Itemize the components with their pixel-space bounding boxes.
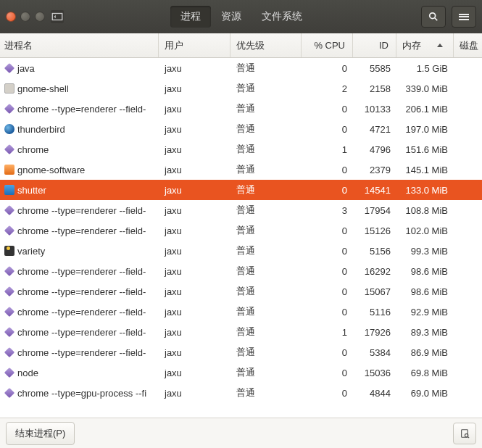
process-name: chrome --type=renderer --field- — [17, 307, 146, 318]
process-id: 5156 — [353, 246, 396, 257]
process-cpu: 0 — [302, 225, 353, 236]
process-memory: 339.0 MiB — [396, 83, 454, 94]
end-process-button[interactable]: 结束进程(P) — [6, 422, 75, 445]
process-name: chrome --type=renderer --field- — [17, 347, 146, 358]
table-row[interactable]: chrome --type=renderer --field-jaxu普通015… — [0, 220, 482, 241]
process-priority: 普通 — [230, 62, 302, 75]
column-header-id[interactable]: ID — [353, 33, 396, 57]
process-cpu: 2 — [302, 83, 353, 94]
software-icon — [4, 165, 14, 175]
table-row[interactable]: chrome --type=renderer --field-jaxu普通317… — [0, 200, 482, 220]
process-cpu: 0 — [302, 368, 353, 378]
process-name: chrome --type=renderer --field- — [17, 327, 146, 338]
svg-point-1 — [430, 13, 436, 19]
table-row[interactable]: chrome --type=renderer --field-jaxu普通051… — [0, 302, 482, 322]
process-name: node — [17, 368, 38, 378]
column-header-user[interactable]: 用户 — [159, 33, 230, 57]
process-id: 4844 — [353, 388, 396, 399]
table-row[interactable]: javajaxu普通055851.5 GiB — [0, 58, 482, 78]
process-memory: 102.0 MiB — [396, 225, 454, 236]
process-id: 5116 — [353, 307, 396, 318]
process-cpu: 1 — [302, 144, 353, 155]
process-memory: 98.6 MiB — [396, 266, 454, 277]
process-memory: 69.0 MiB — [396, 388, 454, 399]
process-name: chrome --type=renderer --field- — [17, 266, 146, 277]
process-table[interactable]: javajaxu普通055851.5 GiBgnome-shelljaxu普通2… — [0, 58, 482, 418]
table-row[interactable]: chromejaxu普通14796151.6 MiB — [0, 139, 482, 159]
table-row[interactable]: thunderbirdjaxu普通04721197.0 MiB — [0, 119, 482, 139]
process-id: 10133 — [353, 104, 396, 115]
process-cpu: 0 — [302, 286, 353, 297]
process-cpu: 0 — [302, 246, 353, 257]
window-minimize-button[interactable] — [20, 12, 30, 22]
process-name: chrome --type=renderer --field- — [17, 225, 146, 236]
search-button[interactable] — [421, 6, 446, 28]
table-row[interactable]: chrome --type=renderer --field-jaxu普通010… — [0, 99, 482, 119]
process-id: 16292 — [353, 266, 396, 277]
tab-resources[interactable]: 资源 — [211, 6, 252, 28]
process-user: jaxu — [159, 83, 230, 94]
window-maximize-button[interactable] — [35, 12, 45, 22]
process-name: chrome --type=renderer --field- — [17, 286, 146, 297]
table-row[interactable]: chrome --type=renderer --field-jaxu普通016… — [0, 261, 482, 281]
process-priority: 普通 — [230, 82, 302, 95]
thunderbird-icon — [4, 124, 14, 134]
column-header-name[interactable]: 进程名 — [0, 33, 159, 57]
process-user: jaxu — [159, 205, 230, 216]
diamond-icon — [4, 368, 14, 378]
diamond-icon — [4, 286, 14, 296]
table-row[interactable]: nodejaxu普通01503669.8 MiB — [0, 362, 482, 383]
table-row[interactable]: shutterjaxu普通014541133.0 MiB — [0, 180, 482, 200]
column-header-cpu[interactable]: % CPU — [302, 33, 353, 57]
column-header-disk[interactable]: 磁盘 — [454, 33, 482, 57]
process-memory: 133.0 MiB — [396, 185, 454, 196]
diamond-icon — [4, 104, 14, 114]
column-header-priority[interactable]: 优先级 — [230, 33, 302, 57]
process-memory: 206.1 MiB — [396, 104, 454, 115]
process-cpu: 1 — [302, 327, 353, 338]
process-cpu: 0 — [302, 124, 353, 135]
process-priority: 普通 — [230, 346, 302, 359]
process-id: 2158 — [353, 83, 396, 94]
process-name: chrome --type=gpu-process --fi — [17, 388, 146, 399]
table-row[interactable]: chrome --type=gpu-process --fijaxu普通0484… — [0, 383, 482, 403]
generic-icon — [4, 83, 14, 94]
process-cpu: 0 — [302, 307, 353, 318]
process-id: 15126 — [353, 225, 396, 236]
process-name: chrome — [17, 144, 49, 155]
footer: 结束进程(P) — [0, 418, 482, 448]
process-user: jaxu — [159, 124, 230, 135]
process-user: jaxu — [159, 388, 230, 399]
process-user: jaxu — [159, 266, 230, 277]
process-name: gnome-software — [17, 165, 85, 175]
sort-ascending-icon — [437, 43, 443, 47]
diamond-icon — [4, 205, 14, 215]
properties-button[interactable] — [453, 423, 476, 444]
table-row[interactable]: chrome --type=renderer --field-jaxu普通015… — [0, 281, 482, 302]
process-user: jaxu — [159, 165, 230, 175]
process-user: jaxu — [159, 246, 230, 257]
tab-filesystems[interactable]: 文件系统 — [252, 6, 312, 28]
menu-button[interactable] — [452, 6, 476, 28]
process-memory: 1.5 GiB — [396, 63, 454, 74]
diamond-icon — [4, 144, 14, 154]
svg-line-5 — [468, 436, 469, 438]
process-id: 15067 — [353, 286, 396, 297]
column-header-memory-label: 内存 — [402, 39, 421, 52]
diamond-icon — [4, 225, 14, 236]
table-row[interactable]: chrome --type=renderer --field-jaxu普通117… — [0, 322, 482, 342]
table-row[interactable]: gnome-softwarejaxu普通02379145.1 MiB — [0, 159, 482, 180]
process-priority: 普通 — [230, 183, 302, 196]
process-priority: 普通 — [230, 102, 302, 115]
process-name: variety — [17, 246, 45, 257]
window-close-button[interactable] — [6, 12, 16, 22]
process-user: jaxu — [159, 63, 230, 74]
table-row[interactable]: chrome --type=renderer --field-jaxu普通053… — [0, 342, 482, 362]
tab-processes[interactable]: 进程 — [170, 6, 211, 28]
process-priority: 普通 — [230, 244, 302, 257]
table-row[interactable]: varietyjaxu普通0515699.3 MiB — [0, 241, 482, 261]
column-header-memory[interactable]: 内存 — [396, 33, 454, 57]
shutter-icon — [4, 185, 14, 195]
process-memory: 151.6 MiB — [396, 144, 454, 155]
table-row[interactable]: gnome-shelljaxu普通22158339.0 MiB — [0, 78, 482, 99]
